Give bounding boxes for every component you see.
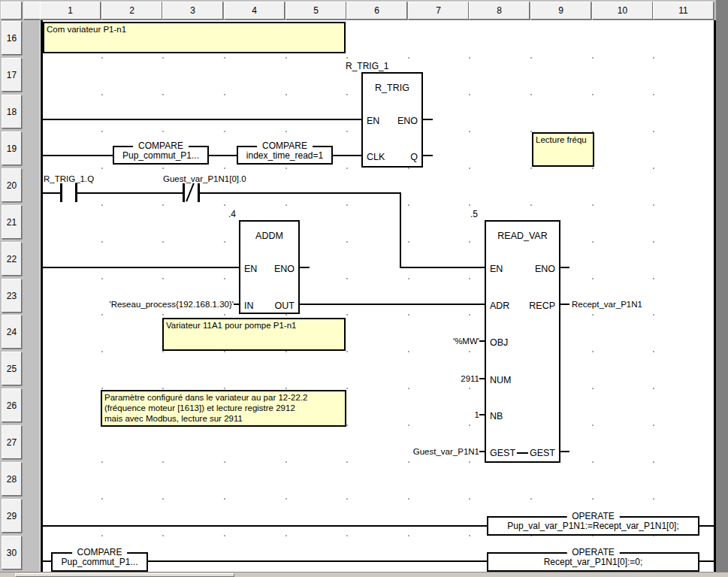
row-header-17[interactable]: 17 <box>2 58 22 92</box>
column-header-11[interactable]: 11 <box>653 2 714 20</box>
addm-block[interactable]: ADDM EN ENO IN OUT <box>239 220 300 314</box>
readvar-block[interactable]: READ_VAR EN ENO ADR RECP OBJ NUM NB GEST… <box>485 220 560 463</box>
column-header-7[interactable]: 7 <box>408 2 469 20</box>
row-header-25[interactable]: 25 <box>2 352 22 385</box>
grid-dot <box>408 57 409 59</box>
addm-pin-en: EN <box>244 263 257 275</box>
wire-addm-out-to-adr[interactable] <box>300 304 485 305</box>
grid-dot <box>653 424 654 426</box>
grid-dot <box>592 351 594 352</box>
column-header-9[interactable]: 9 <box>530 2 591 20</box>
readvar-pin-adr: ADR <box>490 300 509 312</box>
comment-parametre[interactable]: Paramètre configuré dans le variateur au… <box>101 390 346 427</box>
wire-row30-b[interactable] <box>148 560 487 562</box>
grid-dot <box>101 535 103 536</box>
grid-dot <box>285 351 287 352</box>
readvar-nb-operand[interactable]: 1 <box>329 409 479 421</box>
rtrig-pin-eno: ENO <box>397 115 418 127</box>
compare-block-1[interactable]: COMPARE Pup_commut_P1... <box>113 146 209 165</box>
compare-3-expression: Pup_commut_P1... <box>53 557 147 567</box>
wire-row19-b[interactable] <box>209 155 237 156</box>
operate-block-1[interactable]: OPERATE Pup_val_var_P1N1:=Recept_var_P1N… <box>487 516 699 536</box>
grid-dot <box>224 57 225 59</box>
column-header-2[interactable]: 2 <box>101 2 162 20</box>
row-header-22[interactable]: 22 <box>2 242 22 276</box>
addm-type-label: ADDM <box>240 231 298 241</box>
corner-cell-2[interactable] <box>23 2 41 20</box>
grid-dot <box>101 461 103 463</box>
row-header-28[interactable]: 28 <box>2 462 22 496</box>
compare-block-3[interactable]: COMPARE Pup_commut_P1... <box>51 552 148 572</box>
grid-dot <box>408 461 409 463</box>
wire-row20-c[interactable] <box>200 192 400 194</box>
grid-dot <box>101 278 103 279</box>
row-header-24[interactable]: 24 <box>2 315 22 349</box>
comment-variateur[interactable]: Variateur 11A1 pour pompe P1-n1 <box>162 318 346 351</box>
horizontal-scrollbar[interactable] <box>0 572 728 577</box>
column-header-10[interactable]: 10 <box>592 2 653 20</box>
row-header-21[interactable]: 21 <box>2 205 22 239</box>
row-header-27[interactable]: 27 <box>2 425 22 459</box>
wire-row29[interactable] <box>43 525 487 527</box>
grid-dot <box>285 314 287 316</box>
contact-2-closed-contact[interactable] <box>183 183 185 202</box>
wire-row20-b[interactable] <box>77 192 183 194</box>
row-header-23[interactable]: 23 <box>2 279 22 313</box>
wire-row19-a[interactable] <box>43 155 113 156</box>
column-header-3[interactable]: 3 <box>162 2 223 20</box>
wire-to-addm-en[interactable] <box>43 267 239 268</box>
readvar-gest-operand[interactable]: Guest_var_P1N1 <box>329 446 479 458</box>
wire-row29-right <box>699 525 714 527</box>
operate-block-2[interactable]: OPERATE Recept_var_P1N1[0]:=0; <box>487 552 699 572</box>
readvar-pin-eno: ENO <box>535 263 555 275</box>
grid-dot <box>653 94 654 95</box>
comment-lecture[interactable]: Lecture fréqu <box>532 132 594 167</box>
readvar-num-operand[interactable]: 2911 <box>329 373 479 385</box>
column-header-5[interactable]: 5 <box>285 2 346 20</box>
grid-dot <box>346 94 348 95</box>
row-header-18[interactable]: 18 <box>2 95 22 128</box>
row-header-30[interactable]: 30 <box>2 536 22 569</box>
contact-1-open-contact[interactable] <box>60 183 62 202</box>
row-header-19[interactable]: 19 <box>2 131 22 165</box>
left-power-rail <box>41 20 43 572</box>
rtrig-block[interactable]: R_TRIG EN ENO CLK Q <box>361 72 423 168</box>
compare-3-header: COMPARE <box>72 547 128 557</box>
wire-en-rtrig[interactable] <box>43 119 361 120</box>
grid-dot <box>224 278 225 279</box>
wire-row30-a[interactable] <box>43 560 51 562</box>
column-header-6[interactable]: 6 <box>346 2 407 20</box>
grid-dot <box>224 498 225 500</box>
grid-dot <box>592 461 594 463</box>
readvar-recp-operand[interactable]: Recept_var_P1N1 <box>572 298 642 310</box>
grid-dot <box>408 168 409 169</box>
readvar-obj-operand[interactable]: '%MW' <box>329 335 479 347</box>
column-header-8[interactable]: 8 <box>469 2 530 20</box>
rtrig-pin-q: Q <box>410 151 418 163</box>
column-header-1[interactable]: 1 <box>40 2 101 20</box>
wire-vertical-to-readvar[interactable] <box>400 192 401 268</box>
addm-in-operand[interactable]: 'Reseau_process{192.168.1.30}' <box>75 298 234 310</box>
addm-instance-label: .4 <box>222 209 236 219</box>
grid-dot <box>592 94 594 95</box>
grid-dot <box>224 204 225 206</box>
row-header-20[interactable]: 20 <box>2 168 22 202</box>
wire-row20-a[interactable] <box>43 192 60 194</box>
grid-dot <box>162 461 164 463</box>
compare-block-2[interactable]: COMPARE index_time_read=1 <box>237 146 333 165</box>
grid-dot <box>653 168 654 169</box>
wire-obj-dash <box>479 340 485 342</box>
rtrig-pin-en: EN <box>367 115 379 127</box>
wire-row19-c[interactable] <box>333 155 361 156</box>
row-header-29[interactable]: 29 <box>2 499 22 533</box>
grid-dot <box>224 388 225 389</box>
corner-cell-1[interactable] <box>1 2 22 20</box>
row-header-16[interactable]: 16 <box>2 21 22 55</box>
row-header-26[interactable]: 26 <box>2 388 22 422</box>
grid-dot <box>162 351 164 352</box>
horizontal-scrollbar-thumb[interactable] <box>15 573 234 577</box>
wire-to-readvar-en[interactable] <box>400 267 485 268</box>
column-header-4[interactable]: 4 <box>224 2 285 20</box>
comment-network[interactable]: Com variateur P1-n1 <box>43 22 346 53</box>
grid-dot <box>101 94 103 95</box>
